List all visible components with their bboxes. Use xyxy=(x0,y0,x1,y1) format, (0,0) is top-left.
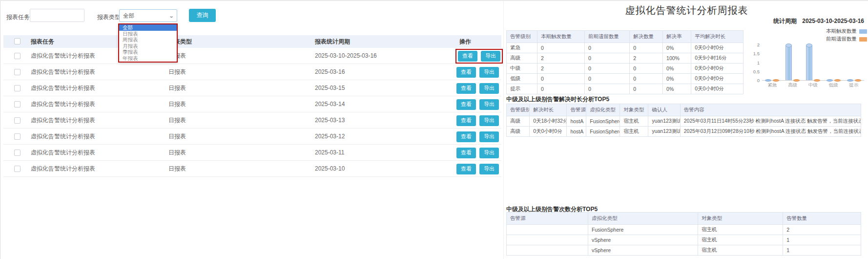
export-button[interactable]: 导出 xyxy=(479,148,499,158)
column-header: 平均解决时长 xyxy=(691,31,744,43)
table-cell: 紧急 xyxy=(507,43,537,53)
cell-type: 日报表 xyxy=(168,64,186,80)
chart-category xyxy=(762,45,783,80)
column-header-period: 报表统计周期 xyxy=(315,35,350,48)
export-button[interactable]: 导出 xyxy=(479,67,499,78)
zero-marker-本期触发数量 xyxy=(765,79,771,82)
view-button[interactable]: 查看 xyxy=(456,164,476,174)
dropdown-option[interactable]: 年报表 xyxy=(119,55,177,62)
table-row: 紧急0000%0天0小时0分 xyxy=(507,43,744,53)
table-cell: 0 xyxy=(630,43,663,53)
query-button[interactable]: 查询 xyxy=(189,9,216,22)
y-axis-tick-label: 1.5 xyxy=(753,51,760,56)
zero-marker-前期遗留数量 xyxy=(793,79,800,82)
x-axis-tick-label: 高级 xyxy=(783,82,803,88)
cell-task: 虚拟化告警统计分析报表 xyxy=(31,80,95,96)
table-row: 虚拟化告警统计分析报表日报表2025-03-15查看导出 xyxy=(3,80,501,96)
view-button[interactable]: 查看 xyxy=(456,148,476,158)
chart-x-axis-labels: 紧急高级中级低级提示 xyxy=(762,82,864,88)
x-axis-tick-label: 提示 xyxy=(844,82,864,88)
export-button[interactable]: 导出 xyxy=(479,99,499,110)
column-header: 确认人 xyxy=(648,104,680,116)
y-axis-tick-label: 0.5 xyxy=(753,68,760,74)
table-cell: 0 xyxy=(537,84,585,94)
export-button[interactable]: 导出 xyxy=(479,131,499,142)
table-cell: 0天0小时0分 xyxy=(691,84,744,94)
table-cell: hostA xyxy=(567,127,586,137)
x-axis-tick-label: 中级 xyxy=(803,82,824,88)
table-row: 虚拟化告警统计分析报表日报表2025-03-16查看导出 xyxy=(3,64,501,80)
table-row: 虚拟化告警统计分析报表日报表2025-03-13查看导出 xyxy=(3,112,501,129)
table-header-row: 告警级别解决时长告警源虚拟化类型对象类型确认人告警内容 xyxy=(507,104,861,116)
cell-type: 日报表 xyxy=(168,161,186,177)
table-cell: yuan123测试 xyxy=(648,116,680,127)
column-header: 告警源 xyxy=(567,104,586,116)
table-cell: FusionSphere xyxy=(588,225,698,235)
table-cell: 0天0小时0分 xyxy=(530,127,567,137)
row-actions: 查看导出 xyxy=(456,80,499,96)
table-row: 虚拟化告警统计分析报表周报表2025-03-10-2025-03-16查看导出 xyxy=(3,48,501,64)
view-button[interactable]: 查看 xyxy=(458,51,477,62)
dropdown-option[interactable]: 日报表 xyxy=(119,31,177,37)
table-cell: FusionSphere xyxy=(586,116,620,127)
legend-label: 前期遗留数量 xyxy=(826,36,857,43)
dropdown-option[interactable]: 季报表 xyxy=(119,49,177,55)
table-cell: 中级 xyxy=(507,64,537,74)
chart-plot-area: 00.511.52 xyxy=(762,45,864,81)
view-button[interactable]: 查看 xyxy=(456,131,476,142)
view-button[interactable]: 查看 xyxy=(456,67,476,78)
table-cell: 0天9小时16分 xyxy=(691,53,744,64)
export-button[interactable]: 导出 xyxy=(479,164,499,174)
column-header: 解决时长 xyxy=(530,104,567,116)
table-cell: FusionSphere xyxy=(586,127,620,137)
column-header: 前期遗留数量 xyxy=(585,31,630,43)
count-top5-table: 告警源虚拟化类型对象类型告警数量FusionSphere宿主机2vSphere宿… xyxy=(506,212,861,256)
row-checkbox[interactable] xyxy=(14,85,21,91)
row-actions: 查看导出 xyxy=(456,129,499,145)
table-cell: 0 xyxy=(630,64,663,74)
table-cell: vSphere xyxy=(588,245,698,256)
screen: 报表任务 报表类型 全部 ⌄ 查询 全部日报表周报表月报表季报表年报表 报表任务… xyxy=(0,0,868,259)
export-button[interactable]: 导出 xyxy=(479,83,499,94)
report-task-input[interactable] xyxy=(30,9,84,22)
table-row: 虚拟化告警统计分析报表日报表2025-03-11查看导出 xyxy=(3,145,501,161)
table-cell: 宿主机 xyxy=(698,245,783,256)
row-checkbox[interactable] xyxy=(14,69,21,75)
view-button[interactable]: 查看 xyxy=(456,83,476,94)
dropdown-option[interactable]: 全部 xyxy=(119,24,177,31)
column-header: 本期触发数量 xyxy=(537,31,585,43)
export-button[interactable]: 导出 xyxy=(479,115,499,126)
table-cell: 2 xyxy=(537,64,585,74)
legend-swatch xyxy=(859,29,867,34)
dropdown-option[interactable]: 月报表 xyxy=(119,43,177,49)
table-cell: 2 xyxy=(630,53,663,64)
table-cell: hostA xyxy=(567,116,586,127)
row-checkbox[interactable] xyxy=(14,166,21,172)
table-cell xyxy=(507,235,588,245)
filter-bar: 报表任务 报表类型 全部 ⌄ 查询 全部日报表周报表月报表季报表年报表 xyxy=(0,1,503,30)
legend-entry: 前期遗留数量 xyxy=(826,35,867,43)
select-all-checkbox[interactable] xyxy=(14,38,21,44)
row-checkbox[interactable] xyxy=(14,53,21,59)
legend-swatch xyxy=(859,37,867,42)
cell-task: 虚拟化告警统计分析报表 xyxy=(31,96,95,112)
duration-section-title: 中级及以上级别告警解决时长分析TOP5 xyxy=(506,95,609,104)
row-checkbox[interactable] xyxy=(14,117,21,124)
table-cell: 高级 xyxy=(507,53,537,64)
table-cell: 宿主机 xyxy=(698,225,783,235)
bar-本期触发数量 xyxy=(806,44,812,80)
table-cell: 低级 xyxy=(507,74,537,84)
view-button[interactable]: 查看 xyxy=(456,99,476,110)
row-checkbox[interactable] xyxy=(14,150,21,156)
zero-marker-前期遗留数量 xyxy=(834,79,841,82)
cell-period: 2025-03-10-2025-03-16 xyxy=(315,48,377,64)
row-checkbox[interactable] xyxy=(14,101,21,108)
table-cell: 1 xyxy=(783,235,861,245)
view-button[interactable]: 查看 xyxy=(456,115,476,126)
zero-marker-本期触发数量 xyxy=(827,79,833,82)
report-type-select[interactable]: 全部 ⌄ xyxy=(119,9,177,22)
export-button[interactable]: 导出 xyxy=(481,51,500,62)
row-checkbox[interactable] xyxy=(14,133,21,140)
table-row: 高级0天0小时0分hostAFusionSphere宿主机yuan123测试20… xyxy=(507,127,861,137)
dropdown-option[interactable]: 周报表 xyxy=(119,37,177,43)
